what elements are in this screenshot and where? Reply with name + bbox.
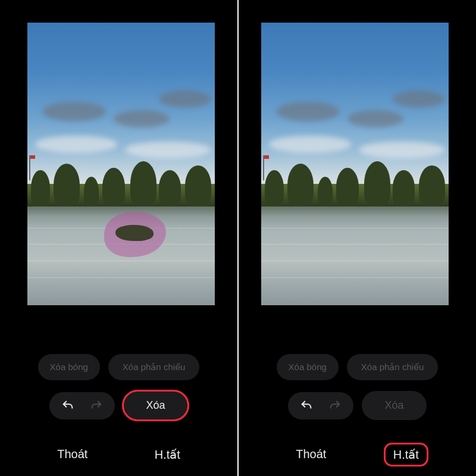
remove-reflection-pill[interactable]: Xóa phản chiếu	[347, 354, 439, 380]
undo-redo-group	[49, 392, 115, 419]
exit-button[interactable]: Thoát	[287, 444, 334, 465]
redo-icon[interactable]	[90, 399, 103, 412]
photo	[27, 23, 215, 305]
remove-shadow-pill[interactable]: Xóa bóng	[277, 354, 339, 380]
controls: Xóa bóng Xóa phản chiếu Xóa Thoát H.tất	[239, 354, 476, 476]
erase-button[interactable]: Xóa	[123, 391, 187, 420]
undo-icon[interactable]	[300, 399, 313, 412]
redo-icon[interactable]	[328, 399, 342, 412]
flagpole	[263, 155, 264, 180]
flagpole	[29, 155, 30, 180]
remove-shadow-pill[interactable]: Xóa bóng	[38, 354, 100, 380]
undo-icon[interactable]	[61, 399, 74, 412]
done-button[interactable]: H.tất	[146, 444, 189, 465]
done-button[interactable]: H.tất	[385, 444, 427, 465]
undo-redo-group	[288, 392, 353, 419]
exit-button[interactable]: Thoát	[49, 444, 96, 465]
controls: Xóa bóng Xóa phản chiếu Xóa Thoát H.tất	[0, 354, 237, 476]
editor-screen-before: Xóa bóng Xóa phản chiếu Xóa Thoát H.tất	[0, 0, 237, 476]
erase-button-disabled: Xóa	[362, 391, 426, 420]
remove-reflection-pill[interactable]: Xóa phản chiếu	[108, 354, 200, 380]
photo-canvas[interactable]	[0, 23, 237, 305]
photo	[261, 23, 449, 305]
photo-canvas[interactable]	[239, 23, 476, 305]
editor-screen-after: Xóa bóng Xóa phản chiếu Xóa Thoát H.tất	[239, 0, 476, 476]
